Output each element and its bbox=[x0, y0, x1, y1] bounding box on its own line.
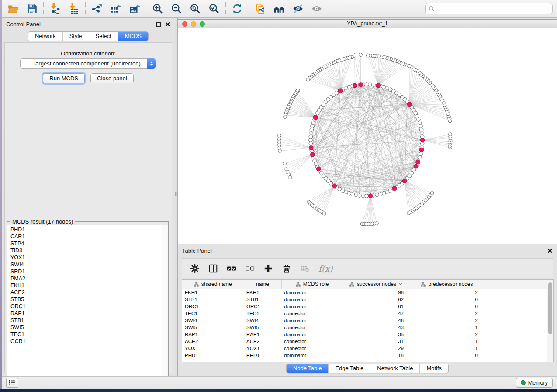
import-network-icon[interactable] bbox=[49, 3, 61, 14]
network-node[interactable] bbox=[375, 222, 378, 225]
column-header-MCDS-role[interactable]: MCDS role bbox=[281, 280, 343, 289]
network-node[interactable] bbox=[361, 194, 365, 198]
network-window-titlebar[interactable]: YPA_prune.txt_1 bbox=[178, 20, 557, 28]
column-header-successor-nodes[interactable]: successor nodes bbox=[343, 280, 409, 289]
network-node[interactable] bbox=[365, 194, 369, 198]
network-node[interactable] bbox=[420, 131, 424, 135]
mcds-dominator-node[interactable] bbox=[338, 89, 343, 93]
mcds-dominator-node[interactable] bbox=[353, 83, 357, 88]
mcds-list-scrollbar[interactable] bbox=[162, 225, 168, 383]
network-node[interactable] bbox=[351, 193, 355, 196]
column-header-name[interactable]: name bbox=[244, 280, 281, 289]
table-row[interactable]: ACE2ACE2connector311 bbox=[182, 338, 547, 345]
create-column-plus-icon[interactable] bbox=[263, 264, 273, 273]
select-all-checkbox-icon[interactable] bbox=[227, 264, 236, 273]
table-row[interactable]: YOX1YOX1connector291 bbox=[182, 345, 547, 352]
network-node[interactable] bbox=[418, 121, 422, 125]
panel-splitter[interactable] bbox=[175, 18, 178, 376]
network-node[interactable] bbox=[375, 193, 379, 197]
close-table-panel-icon[interactable]: ✕ bbox=[547, 249, 553, 253]
network-node[interactable] bbox=[382, 191, 386, 195]
network-node[interactable] bbox=[365, 83, 369, 86]
table-row[interactable]: TEC1TEC1connector472 bbox=[182, 310, 547, 317]
zoom-out-icon[interactable] bbox=[171, 3, 182, 14]
optimization-criterion-select[interactable]: largest connected component (undirected) bbox=[20, 58, 156, 69]
mcds-result-item[interactable]: STP4 bbox=[7, 240, 162, 247]
table-row[interactable]: STB1STB1dominator620 bbox=[182, 296, 547, 303]
network-node[interactable] bbox=[418, 155, 422, 159]
network-node[interactable] bbox=[306, 78, 310, 81]
network-node[interactable] bbox=[379, 193, 383, 196]
mcds-result-item[interactable]: SRD1 bbox=[7, 268, 162, 275]
table-row[interactable]: PHD1PHD1dominator180 bbox=[182, 352, 547, 359]
network-node[interactable] bbox=[335, 91, 339, 95]
mcds-result-item[interactable]: GCR1 bbox=[7, 338, 162, 345]
export-table-icon[interactable] bbox=[110, 3, 121, 14]
mcds-result-item[interactable]: CAR1 bbox=[7, 233, 162, 240]
mcds-dominator-node[interactable] bbox=[376, 83, 381, 88]
show-hide-columns-icon[interactable] bbox=[208, 264, 218, 273]
mcds-dominator-node[interactable] bbox=[416, 160, 420, 164]
window-zoom-icon[interactable] bbox=[200, 21, 205, 27]
search-input[interactable] bbox=[436, 4, 552, 13]
mcds-result-item[interactable]: STB5 bbox=[7, 296, 162, 303]
mcds-result-item[interactable]: TID3 bbox=[7, 247, 162, 254]
zoom-in-icon[interactable] bbox=[152, 3, 163, 14]
delete-column-trash-icon[interactable] bbox=[282, 264, 291, 273]
mcds-dominator-node[interactable] bbox=[309, 146, 313, 150]
network-node[interactable] bbox=[309, 135, 313, 139]
save-session-icon[interactable] bbox=[26, 3, 38, 14]
export-image-icon[interactable] bbox=[129, 3, 140, 14]
network-node[interactable] bbox=[358, 194, 362, 198]
mcds-dominator-node[interactable] bbox=[402, 179, 407, 183]
mcds-result-item[interactable]: TEC1 bbox=[7, 331, 162, 338]
table-scrollbar-thumb[interactable] bbox=[548, 282, 552, 334]
splitter-handle[interactable] bbox=[175, 192, 177, 196]
table-row[interactable]: ORC1ORC1dominator610 bbox=[182, 303, 547, 310]
show-all-icon[interactable] bbox=[311, 3, 322, 14]
column-header-empty[interactable] bbox=[485, 280, 547, 289]
zoom-fit-icon[interactable] bbox=[190, 3, 201, 14]
float-table-panel-icon[interactable] bbox=[539, 249, 543, 253]
mcds-result-item[interactable]: RAP1 bbox=[7, 310, 162, 317]
mcds-result-item[interactable]: ACE2 bbox=[7, 289, 162, 296]
table-tab-network-table[interactable]: Network Table bbox=[370, 364, 419, 373]
network-node[interactable] bbox=[372, 83, 376, 87]
deselect-all-checkbox-icon[interactable] bbox=[245, 264, 255, 273]
import-table-icon[interactable] bbox=[68, 3, 80, 14]
network-node[interactable] bbox=[359, 53, 362, 57]
network-node[interactable] bbox=[309, 138, 313, 142]
column-header-predecessor-nodes[interactable]: predecessor nodes bbox=[409, 280, 485, 289]
mcds-dominator-node[interactable] bbox=[392, 186, 397, 191]
memory-button[interactable]: Memory bbox=[516, 378, 553, 388]
network-node[interactable] bbox=[408, 64, 411, 68]
column-header-shared-name[interactable]: shared name bbox=[182, 280, 244, 289]
network-node[interactable] bbox=[347, 85, 351, 89]
network-node[interactable] bbox=[284, 115, 287, 119]
network-node[interactable] bbox=[310, 128, 314, 132]
mcds-dominator-node[interactable] bbox=[407, 102, 412, 107]
refresh-view-icon[interactable] bbox=[232, 3, 243, 14]
mcds-result-item[interactable]: ORC1 bbox=[7, 303, 162, 310]
sort-chevron-icon[interactable] bbox=[399, 282, 402, 286]
network-node[interactable] bbox=[419, 124, 423, 128]
tab-mcds[interactable]: MCDS bbox=[118, 32, 148, 41]
duplicate-network-icon[interactable] bbox=[255, 3, 266, 14]
network-node[interactable] bbox=[309, 142, 313, 146]
first-neighbors-icon[interactable] bbox=[273, 3, 285, 14]
mcds-result-item[interactable]: SWI5 bbox=[7, 324, 162, 331]
mcds-dominator-node[interactable] bbox=[414, 164, 418, 168]
table-tab-node-table[interactable]: Node Table bbox=[287, 364, 329, 373]
close-panel-icon[interactable]: ✕ bbox=[165, 22, 170, 27]
network-node[interactable] bbox=[309, 131, 313, 135]
search-box[interactable] bbox=[425, 3, 553, 14]
table-tab-edge-table[interactable]: Edge Table bbox=[328, 364, 370, 373]
network-node[interactable] bbox=[419, 128, 423, 132]
hide-selected-icon[interactable] bbox=[292, 3, 304, 14]
mcds-dominator-node[interactable] bbox=[316, 167, 321, 171]
network-node[interactable] bbox=[368, 83, 372, 86]
mcds-dominator-node[interactable] bbox=[332, 184, 337, 188]
mcds-dominator-node[interactable] bbox=[420, 138, 425, 142]
network-canvas[interactable] bbox=[178, 28, 557, 244]
network-node[interactable] bbox=[278, 149, 282, 152]
